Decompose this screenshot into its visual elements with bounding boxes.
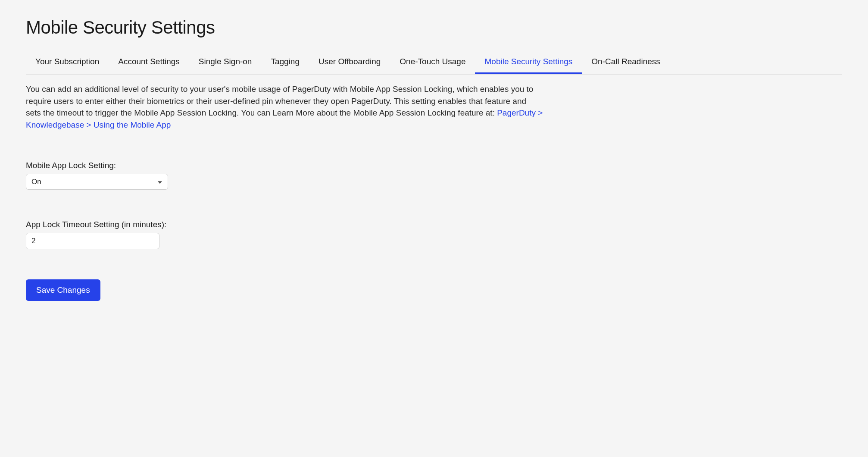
lock-setting-select[interactable]: On — [26, 174, 168, 190]
lock-setting-label: Mobile App Lock Setting: — [26, 161, 842, 170]
tab-tagging[interactable]: Tagging — [261, 51, 309, 74]
timeout-setting-label: App Lock Timeout Setting (in minutes): — [26, 220, 842, 229]
save-changes-button[interactable]: Save Changes — [26, 279, 100, 301]
page-title: Mobile Security Settings — [26, 17, 842, 38]
tab-one-touch-usage[interactable]: One-Touch Usage — [390, 51, 475, 74]
tab-user-offboarding[interactable]: User Offboarding — [309, 51, 390, 74]
tab-account-settings[interactable]: Account Settings — [109, 51, 189, 74]
tab-on-call-readiness[interactable]: On-Call Readiness — [582, 51, 669, 74]
tabs-nav: Your Subscription Account Settings Singl… — [26, 51, 842, 75]
timeout-setting-group: App Lock Timeout Setting (in minutes): — [26, 220, 842, 249]
lock-setting-select-wrapper: On — [26, 174, 168, 190]
tab-mobile-security-settings[interactable]: Mobile Security Settings — [475, 51, 582, 74]
tab-your-subscription[interactable]: Your Subscription — [26, 51, 109, 74]
timeout-input[interactable] — [26, 233, 159, 249]
description-body: You can add an additional level of secur… — [26, 85, 533, 117]
lock-setting-group: Mobile App Lock Setting: On — [26, 161, 842, 190]
tab-single-sign-on[interactable]: Single Sign-on — [189, 51, 262, 74]
description-text: You can add an additional level of secur… — [26, 83, 543, 131]
